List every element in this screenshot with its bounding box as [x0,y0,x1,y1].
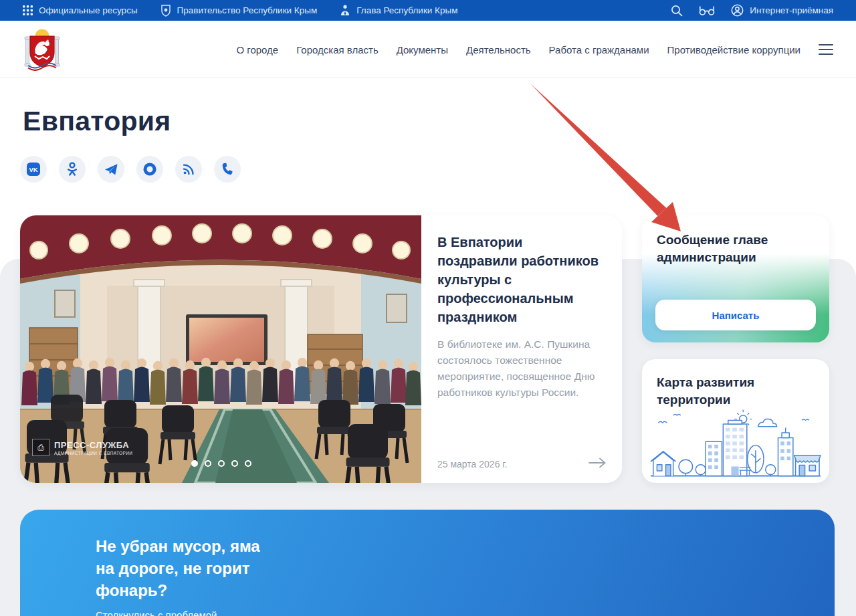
crimea-coat-of-arms-logo[interactable] [23,28,62,71]
topbar-link-label: Правительство Республики Крым [177,5,318,15]
news-excerpt: В библиотеке им. А.С. Пушкина состоялось… [437,336,606,401]
glasses-accessibility-icon[interactable] [699,5,715,16]
carousel-dot[interactable] [191,460,198,467]
topbar-link-crimea-government[interactable]: Правительство Республики Крым [160,5,318,17]
topbar-link-official-resources[interactable]: Официальные ресурсы [23,5,138,15]
vk-icon[interactable]: VK [20,156,47,183]
news-photo-library-event[interactable]: ⎙ ПРЕСС-СЛУЖБА АДМИНИСТРАЦИИ Г. ЕВПАТОРИ… [20,215,421,483]
rss-icon[interactable] [175,156,202,183]
news-carousel-card: ⎙ ПРЕСС-СЛУЖБА АДМИНИСТРАЦИИ Г. ЕВПАТОРИ… [20,215,622,483]
nav-about-city[interactable]: О городе [236,44,278,56]
city-illustration [646,405,825,480]
page-title: Евпатория [23,106,171,137]
nav-city-authority[interactable]: Городская власть [296,44,379,56]
message-card-title: Сообщение главе администрации [642,215,829,266]
nav-documents[interactable]: Документы [397,44,448,56]
topbar-link-label: Официальные ресурсы [39,5,138,15]
topbar-internet-reception[interactable]: Интернет-приёмная [731,4,833,17]
news-title[interactable]: В Евпатории поздравили работников культу… [437,233,606,326]
write-message-button[interactable]: Написать [655,300,816,330]
message-to-head-card: Сообщение главе администрации Написать [642,215,829,342]
press-service-logo: ⎙ [32,439,49,456]
topbar-reception-label: Интернет-приёмная [750,5,833,15]
page: Официальные ресурсы Правительство Респуб… [0,0,856,616]
main-navigation: О городе Городская власть Документы Деят… [236,21,833,78]
svg-text:VK: VK [29,166,37,173]
telegram-icon[interactable] [98,156,124,183]
news-text-panel: В Евпатории поздравили работников культу… [421,215,622,483]
topbar-link-head-of-republic[interactable]: Глава Республики Крым [340,5,457,16]
carousel-dot[interactable] [245,460,251,467]
press-service-watermark: ⎙ ПРЕСС-СЛУЖБА АДМИНИСТРАЦИИ Г. ЕВПАТОРИ… [32,439,132,456]
nav-anticorruption[interactable]: Противодействие коррупции [667,44,800,56]
next-slide-arrow-icon[interactable] [588,457,606,471]
hamburger-icon[interactable] [819,44,833,55]
carousel-dot[interactable] [231,460,238,467]
grid-icon [23,5,33,15]
territory-map-card[interactable]: Карта развития территории [642,359,829,483]
dzen-icon[interactable] [136,156,163,183]
topbar-link-label: Глава Республики Крым [356,5,457,15]
map-card-title: Карта развития территории [642,359,829,409]
site-header: О городе Городская власть Документы Деят… [0,21,856,78]
carousel-dot[interactable] [218,460,225,467]
social-links: VK [20,156,241,183]
nav-activity[interactable]: Деятельность [466,44,531,56]
carousel-dot[interactable] [205,460,211,467]
nav-work-with-citizens[interactable]: Работа с гражданами [549,44,649,56]
news-date: 25 марта 2026 г. [437,459,508,470]
odnoklassniki-icon[interactable] [59,156,86,183]
official-person-icon [340,5,350,16]
phone-icon[interactable] [214,156,241,183]
government-topbar: Официальные ресурсы Правительство Респуб… [0,0,856,21]
banner-subtitle: Столкнулись с проблемой — [96,609,835,616]
banner-title: Не убран мусор, яма на дороге, не горит … [96,535,276,601]
report-problem-banner[interactable]: Не убран мусор, яма на дороге, не горит … [20,510,835,616]
crimea-crest-icon [160,5,171,17]
carousel-pagination-dots[interactable] [191,460,251,467]
user-circle-icon [731,4,744,17]
search-icon[interactable] [671,5,683,17]
